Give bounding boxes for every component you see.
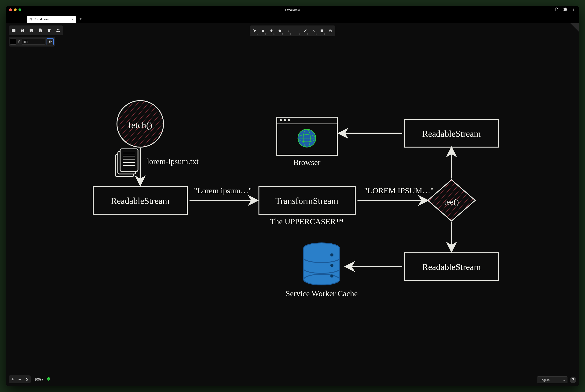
node-browser[interactable]: [277, 117, 337, 155]
svg-point-2: [573, 10, 574, 11]
svg-point-49: [331, 264, 334, 267]
bottom-left-controls: + − 100%: [9, 376, 51, 383]
zoom-level: 100%: [33, 378, 45, 381]
tab-favicon-icon: [29, 18, 33, 21]
zoom-reset-button[interactable]: [23, 376, 30, 383]
node-transformstream[interactable]: TransformStream: [259, 186, 355, 214]
svg-point-35: [284, 119, 286, 122]
page-icon[interactable]: [555, 7, 559, 12]
svg-point-34: [280, 119, 282, 122]
traffic-lights: [9, 8, 21, 11]
encryption-shield-icon[interactable]: [47, 377, 51, 382]
svg-text:ReadableStream: ReadableStream: [422, 129, 481, 138]
maximize-window-button[interactable]: [19, 8, 21, 11]
zoom-controls: + −: [9, 376, 31, 383]
file-label: lorem-ipsum.txt: [147, 157, 199, 166]
extensions-icon[interactable]: [563, 7, 567, 12]
svg-rect-19: [120, 149, 138, 171]
close-window-button[interactable]: [9, 8, 12, 11]
node-tee[interactable]: tee(): [428, 180, 475, 221]
svg-point-1: [573, 9, 574, 10]
more-icon[interactable]: [572, 7, 576, 12]
tab-row: Excalidraw × +: [6, 14, 579, 23]
node-readablestream-1[interactable]: ReadableStream: [93, 186, 187, 214]
zoom-out-button[interactable]: −: [16, 376, 23, 383]
svg-text:ReadableStream: ReadableStream: [422, 262, 481, 272]
svg-point-48: [331, 254, 334, 256]
svg-text:ReadableStream: ReadableStream: [111, 196, 170, 206]
svg-point-36: [288, 119, 290, 122]
node-fetch[interactable]: fetch(): [117, 100, 164, 147]
tab-close-button[interactable]: ×: [72, 17, 74, 21]
window-title: Excalidraw: [285, 8, 300, 12]
minimize-window-button[interactable]: [14, 8, 17, 11]
browser-label: Browser: [293, 158, 321, 167]
help-button[interactable]: ?: [570, 376, 576, 383]
node-readablestream-3[interactable]: ReadableStream: [405, 253, 499, 280]
node-readablestream-2[interactable]: ReadableStream: [405, 120, 499, 147]
svg-text:tee(): tee(): [444, 197, 459, 206]
node-cache[interactable]: [304, 243, 340, 285]
svg-point-50: [331, 274, 334, 278]
arrow1-label: "Lorem ipsum…": [194, 186, 252, 195]
svg-point-45: [304, 274, 340, 285]
svg-text:fetch(): fetch(): [128, 120, 152, 130]
file-icon: [116, 149, 138, 177]
canvas-area[interactable]: # 1 2 3 4 5 6 7 A8 9: [6, 23, 579, 386]
titlebar: Excalidraw: [6, 6, 579, 14]
language-select[interactable]: English: [537, 376, 567, 383]
app-window: Excalidraw Excalidraw × +: [6, 6, 579, 386]
tab-title: Excalidraw: [34, 18, 49, 21]
transform-sublabel: The UPPERCASER™: [270, 217, 344, 226]
cache-label: Service Worker Cache: [285, 289, 358, 298]
tab-excalidraw[interactable]: Excalidraw ×: [27, 16, 76, 23]
bottom-right-controls: English ?: [537, 376, 576, 383]
arrow2-label: "LOREM IPSUM…": [364, 186, 434, 195]
svg-point-0: [573, 8, 574, 8]
zoom-in-button[interactable]: +: [9, 376, 16, 383]
svg-text:TransformStream: TransformStream: [275, 196, 338, 206]
new-tab-button[interactable]: +: [78, 16, 85, 23]
canvas-svg: fetch() lorem-ipsum.txt ReadableStream: [6, 23, 579, 386]
